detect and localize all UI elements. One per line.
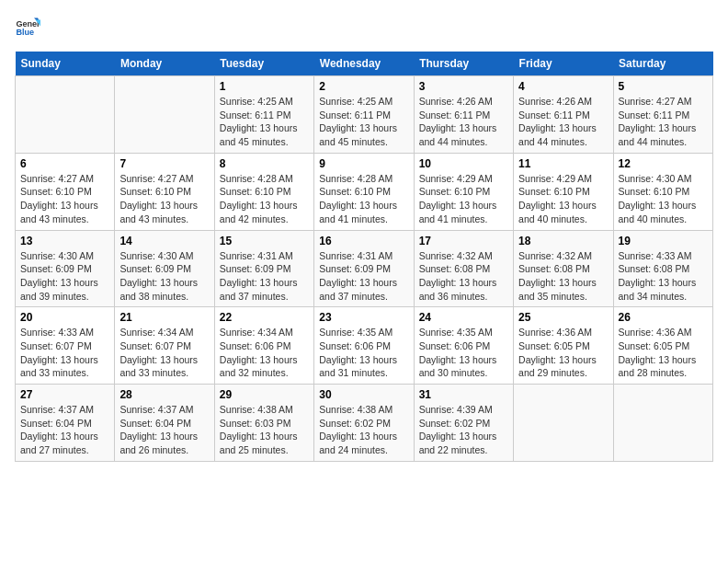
- day-number: 9: [319, 157, 408, 170]
- day-info: Sunrise: 4:32 AM Sunset: 6:08 PM Dayligh…: [419, 249, 508, 304]
- day-of-week-header: Thursday: [414, 52, 513, 76]
- day-number: 15: [220, 235, 309, 247]
- day-number: 20: [20, 311, 109, 324]
- calendar-day-cell: 21Sunrise: 4:34 AM Sunset: 6:07 PM Dayli…: [115, 307, 214, 385]
- day-info: Sunrise: 4:38 AM Sunset: 6:02 PM Dayligh…: [319, 403, 408, 457]
- day-info: Sunrise: 4:28 AM Sunset: 6:10 PM Dayligh…: [319, 172, 408, 226]
- day-number: 27: [20, 388, 109, 401]
- day-info: Sunrise: 4:30 AM Sunset: 6:10 PM Dayligh…: [619, 172, 708, 226]
- day-info: Sunrise: 4:34 AM Sunset: 6:06 PM Dayligh…: [220, 326, 309, 380]
- day-info: Sunrise: 4:25 AM Sunset: 6:11 PM Dayligh…: [220, 95, 309, 149]
- day-number: 10: [419, 157, 508, 170]
- calendar-day-cell: 5Sunrise: 4:27 AM Sunset: 6:11 PM Daylig…: [613, 76, 712, 154]
- calendar-day-cell: 31Sunrise: 4:39 AM Sunset: 6:02 PM Dayli…: [414, 385, 513, 462]
- calendar-day-cell: 9Sunrise: 4:28 AM Sunset: 6:10 PM Daylig…: [314, 153, 414, 230]
- calendar-day-cell: 17Sunrise: 4:32 AM Sunset: 6:08 PM Dayli…: [414, 230, 513, 307]
- page-container: General Blue SundayMondayTuesdayWednesda…: [0, 0, 728, 477]
- day-info: Sunrise: 4:29 AM Sunset: 6:10 PM Dayligh…: [518, 172, 608, 226]
- calendar-week-row: 1Sunrise: 4:25 AM Sunset: 6:11 PM Daylig…: [16, 76, 713, 154]
- day-info: Sunrise: 4:31 AM Sunset: 6:09 PM Dayligh…: [319, 249, 408, 304]
- day-of-week-header: Tuesday: [214, 52, 313, 76]
- day-of-week-header: Monday: [115, 52, 214, 76]
- calendar-day-cell: 15Sunrise: 4:31 AM Sunset: 6:09 PM Dayli…: [214, 230, 313, 307]
- day-number: 24: [419, 311, 508, 324]
- day-info: Sunrise: 4:36 AM Sunset: 6:05 PM Dayligh…: [619, 326, 708, 380]
- calendar-day-cell: 2Sunrise: 4:25 AM Sunset: 6:11 PM Daylig…: [314, 76, 414, 154]
- calendar-day-cell: 27Sunrise: 4:37 AM Sunset: 6:04 PM Dayli…: [16, 385, 115, 462]
- calendar-day-cell: 6Sunrise: 4:27 AM Sunset: 6:10 PM Daylig…: [16, 153, 115, 230]
- day-number: 1: [220, 80, 309, 93]
- calendar-day-cell: 12Sunrise: 4:30 AM Sunset: 6:10 PM Dayli…: [613, 153, 712, 230]
- day-number: 22: [220, 311, 309, 324]
- day-number: 23: [319, 311, 408, 324]
- day-number: 30: [319, 388, 408, 401]
- day-number: 6: [20, 157, 109, 170]
- calendar-header-row: SundayMondayTuesdayWednesdayThursdayFrid…: [16, 52, 713, 76]
- day-number: 17: [419, 235, 508, 247]
- day-number: 8: [220, 157, 309, 170]
- calendar-week-row: 13Sunrise: 4:30 AM Sunset: 6:09 PM Dayli…: [16, 230, 713, 307]
- day-info: Sunrise: 4:29 AM Sunset: 6:10 PM Dayligh…: [419, 172, 508, 226]
- day-number: 3: [419, 80, 508, 93]
- calendar-day-cell: 8Sunrise: 4:28 AM Sunset: 6:10 PM Daylig…: [214, 153, 313, 230]
- calendar-day-cell: 7Sunrise: 4:27 AM Sunset: 6:10 PM Daylig…: [115, 153, 214, 230]
- day-of-week-header: Sunday: [16, 52, 115, 76]
- day-number: 7: [119, 157, 209, 170]
- day-number: 28: [119, 388, 209, 401]
- day-info: Sunrise: 4:27 AM Sunset: 6:10 PM Dayligh…: [20, 172, 109, 226]
- day-of-week-header: Wednesday: [314, 52, 414, 76]
- day-number: 14: [119, 235, 209, 247]
- day-info: Sunrise: 4:32 AM Sunset: 6:08 PM Dayligh…: [518, 249, 608, 304]
- calendar-day-cell: 11Sunrise: 4:29 AM Sunset: 6:10 PM Dayli…: [514, 153, 613, 230]
- calendar-day-cell: 10Sunrise: 4:29 AM Sunset: 6:10 PM Dayli…: [414, 153, 513, 230]
- calendar-day-cell: 19Sunrise: 4:33 AM Sunset: 6:08 PM Dayli…: [613, 230, 712, 307]
- calendar-day-cell: 14Sunrise: 4:30 AM Sunset: 6:09 PM Dayli…: [115, 230, 214, 307]
- day-number: 25: [518, 311, 608, 324]
- day-info: Sunrise: 4:38 AM Sunset: 6:03 PM Dayligh…: [220, 403, 309, 457]
- day-number: 29: [220, 388, 309, 401]
- day-info: Sunrise: 4:37 AM Sunset: 6:04 PM Dayligh…: [20, 403, 109, 457]
- day-number: 16: [319, 235, 408, 247]
- day-number: 21: [119, 311, 209, 324]
- day-info: Sunrise: 4:26 AM Sunset: 6:11 PM Dayligh…: [518, 95, 608, 149]
- day-number: 31: [419, 388, 508, 401]
- logo: General Blue: [15, 15, 40, 40]
- header: General Blue: [15, 15, 713, 40]
- calendar-day-cell: 30Sunrise: 4:38 AM Sunset: 6:02 PM Dayli…: [314, 385, 414, 462]
- calendar-body: 1Sunrise: 4:25 AM Sunset: 6:11 PM Daylig…: [16, 76, 713, 462]
- day-info: Sunrise: 4:35 AM Sunset: 6:06 PM Dayligh…: [419, 326, 508, 380]
- calendar-day-cell: [16, 76, 115, 154]
- day-info: Sunrise: 4:33 AM Sunset: 6:08 PM Dayligh…: [619, 249, 708, 304]
- calendar-day-cell: [115, 76, 214, 154]
- calendar-day-cell: 16Sunrise: 4:31 AM Sunset: 6:09 PM Dayli…: [314, 230, 414, 307]
- day-info: Sunrise: 4:35 AM Sunset: 6:06 PM Dayligh…: [319, 326, 408, 380]
- day-number: 19: [619, 235, 708, 247]
- calendar-day-cell: 13Sunrise: 4:30 AM Sunset: 6:09 PM Dayli…: [16, 230, 115, 307]
- day-of-week-header: Saturday: [613, 52, 712, 76]
- logo-icon: General Blue: [15, 15, 40, 40]
- calendar-day-cell: 20Sunrise: 4:33 AM Sunset: 6:07 PM Dayli…: [16, 307, 115, 385]
- day-info: Sunrise: 4:39 AM Sunset: 6:02 PM Dayligh…: [419, 403, 508, 457]
- calendar-day-cell: 26Sunrise: 4:36 AM Sunset: 6:05 PM Dayli…: [613, 307, 712, 385]
- day-info: Sunrise: 4:25 AM Sunset: 6:11 PM Dayligh…: [319, 95, 408, 149]
- day-info: Sunrise: 4:33 AM Sunset: 6:07 PM Dayligh…: [20, 326, 109, 380]
- calendar-week-row: 6Sunrise: 4:27 AM Sunset: 6:10 PM Daylig…: [16, 153, 713, 230]
- day-of-week-header: Friday: [514, 52, 613, 76]
- calendar-day-cell: 29Sunrise: 4:38 AM Sunset: 6:03 PM Dayli…: [214, 385, 313, 462]
- calendar-week-row: 20Sunrise: 4:33 AM Sunset: 6:07 PM Dayli…: [16, 307, 713, 385]
- day-info: Sunrise: 4:26 AM Sunset: 6:11 PM Dayligh…: [419, 95, 508, 149]
- day-info: Sunrise: 4:31 AM Sunset: 6:09 PM Dayligh…: [220, 249, 309, 304]
- day-info: Sunrise: 4:30 AM Sunset: 6:09 PM Dayligh…: [20, 249, 109, 304]
- calendar-day-cell: 23Sunrise: 4:35 AM Sunset: 6:06 PM Dayli…: [314, 307, 414, 385]
- calendar-day-cell: [514, 385, 613, 462]
- calendar-day-cell: 24Sunrise: 4:35 AM Sunset: 6:06 PM Dayli…: [414, 307, 513, 385]
- day-info: Sunrise: 4:30 AM Sunset: 6:09 PM Dayligh…: [119, 249, 209, 304]
- day-info: Sunrise: 4:27 AM Sunset: 6:10 PM Dayligh…: [119, 172, 209, 226]
- calendar-day-cell: 1Sunrise: 4:25 AM Sunset: 6:11 PM Daylig…: [214, 76, 313, 154]
- day-number: 13: [20, 235, 109, 247]
- calendar-day-cell: 28Sunrise: 4:37 AM Sunset: 6:04 PM Dayli…: [115, 385, 214, 462]
- calendar-day-cell: 4Sunrise: 4:26 AM Sunset: 6:11 PM Daylig…: [514, 76, 613, 154]
- day-info: Sunrise: 4:34 AM Sunset: 6:07 PM Dayligh…: [119, 326, 209, 380]
- calendar-day-cell: 18Sunrise: 4:32 AM Sunset: 6:08 PM Dayli…: [514, 230, 613, 307]
- day-number: 18: [518, 235, 608, 247]
